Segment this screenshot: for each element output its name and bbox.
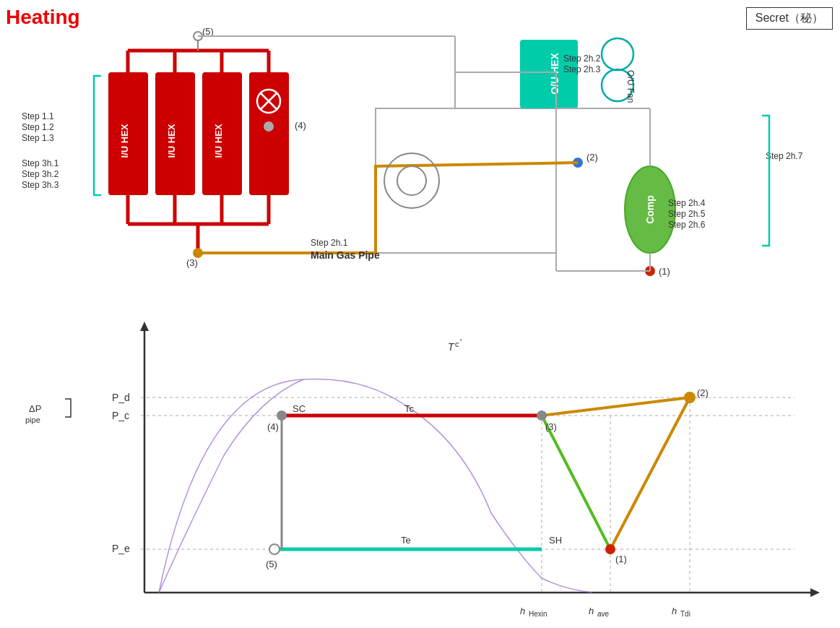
svg-text:P_e: P_e xyxy=(112,543,130,554)
svg-point-105 xyxy=(684,392,696,403)
svg-text:(5): (5) xyxy=(266,559,277,569)
top-diagram: I/U HEX I/U HEX I/U HEX Step 1.1 Step 1.… xyxy=(0,0,840,311)
svg-line-98 xyxy=(542,416,610,549)
svg-text:SH: SH xyxy=(549,535,562,546)
svg-text:c: c xyxy=(455,340,459,348)
svg-marker-70 xyxy=(810,588,820,597)
svg-line-100 xyxy=(542,397,690,416)
svg-text:Step 1.1: Step 1.1 xyxy=(22,111,54,121)
svg-text:Comp: Comp xyxy=(644,195,656,224)
svg-text:h: h xyxy=(589,606,594,616)
svg-rect-34 xyxy=(376,108,556,253)
svg-line-99 xyxy=(610,397,690,549)
svg-text:SC: SC xyxy=(293,403,306,414)
svg-text:T: T xyxy=(448,341,455,353)
svg-text:h: h xyxy=(520,606,525,616)
svg-rect-6 xyxy=(249,72,289,195)
svg-text:O/U Fan: O/U Fan xyxy=(625,70,636,103)
svg-text:Tdi: Tdi xyxy=(680,610,690,618)
svg-text:Step 3h.1: Step 3h.1 xyxy=(22,158,59,168)
svg-text:(1): (1) xyxy=(659,266,670,277)
svg-text:P_c: P_c xyxy=(112,410,129,421)
svg-marker-68 xyxy=(140,322,149,331)
svg-text:Step 2h.5: Step 2h.5 xyxy=(668,209,706,219)
svg-text:I/U  HEX: I/U HEX xyxy=(213,124,224,158)
svg-text:I/U  HEX: I/U HEX xyxy=(119,124,130,158)
svg-text:Te: Te xyxy=(401,535,411,546)
svg-text:Step 1.2: Step 1.2 xyxy=(22,122,54,132)
svg-text:Step 2h.2: Step 2h.2 xyxy=(563,53,601,64)
svg-text:ave: ave xyxy=(597,610,610,618)
svg-text:O/U HEX: O/U HEX xyxy=(549,53,560,95)
svg-text:Step 2h.4: Step 2h.4 xyxy=(668,198,706,208)
svg-text:(4): (4) xyxy=(267,421,279,432)
svg-text:Step 2h.3: Step 2h.3 xyxy=(563,64,601,74)
svg-text:Step 2h.1: Step 2h.1 xyxy=(311,238,348,248)
svg-text:h: h xyxy=(672,606,677,616)
svg-text:pipe: pipe xyxy=(25,416,40,424)
svg-text:Step 1.3: Step 1.3 xyxy=(22,133,54,143)
svg-point-37 xyxy=(602,38,633,70)
svg-text:(4): (4) xyxy=(295,120,306,131)
svg-text:(2): (2) xyxy=(586,152,598,163)
svg-point-10 xyxy=(264,121,274,132)
svg-point-61 xyxy=(384,153,439,208)
svg-point-62 xyxy=(397,166,426,195)
svg-text:Tc: Tc xyxy=(404,403,415,414)
bottom-chart: P_d P_c P_e ΔP pipe h Hexin h ave h Tdi … xyxy=(0,311,840,628)
svg-text:Step 3h.2: Step 3h.2 xyxy=(22,169,59,179)
svg-text:Step 2h.6: Step 2h.6 xyxy=(668,220,706,230)
svg-text:(5): (5) xyxy=(202,26,214,37)
svg-text:ΔP: ΔP xyxy=(29,403,41,414)
svg-text:Step 3h.3: Step 3h.3 xyxy=(22,180,59,190)
svg-text:Hexin: Hexin xyxy=(529,610,547,618)
svg-text:(2): (2) xyxy=(697,387,709,398)
svg-text:P_d: P_d xyxy=(112,392,130,403)
svg-point-101 xyxy=(277,410,287,421)
svg-text:Step 2h.7: Step 2h.7 xyxy=(766,151,803,161)
svg-text:I/U  HEX: I/U HEX xyxy=(166,124,177,158)
svg-text:(3): (3) xyxy=(186,257,198,268)
svg-text:(1): (1) xyxy=(615,554,627,564)
svg-text:(3): (3) xyxy=(545,421,557,432)
svg-point-107 xyxy=(605,544,615,554)
svg-text:′: ′ xyxy=(460,337,462,348)
svg-text:Main Gas Pipe: Main Gas Pipe xyxy=(311,249,380,261)
svg-point-109 xyxy=(269,544,280,554)
svg-point-103 xyxy=(537,410,547,421)
